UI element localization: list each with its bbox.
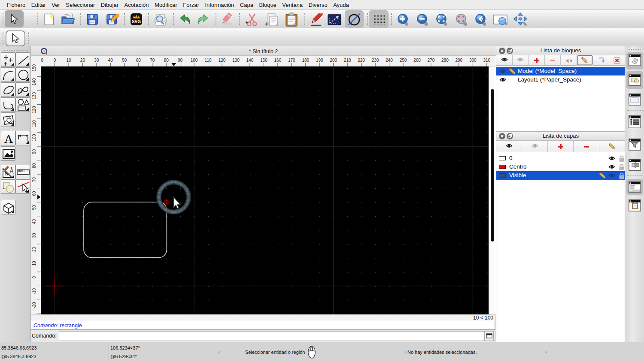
svg-text:230: 230 [372, 58, 379, 63]
svg-text:290: 290 [455, 58, 462, 63]
svg-text:310: 310 [483, 58, 490, 63]
svg-text:110: 110 [32, 120, 36, 127]
svg-text:90: 90 [178, 58, 183, 63]
svg-text:10: 10 [32, 261, 36, 266]
svg-text:a|b: a|b [565, 58, 572, 63]
svg-text:-10: -10 [32, 288, 36, 295]
svg-text:50: 50 [122, 58, 127, 63]
svg-text:70: 70 [150, 58, 155, 63]
svg-text:170: 170 [288, 58, 295, 63]
svg-text:command: command [631, 190, 638, 192]
svg-text:150: 150 [32, 64, 36, 72]
svg-text:130: 130 [32, 92, 36, 100]
svg-text:250: 250 [400, 58, 407, 63]
svg-text:20: 20 [80, 58, 85, 63]
svg-text:20: 20 [32, 247, 36, 252]
svg-text:220: 220 [358, 58, 365, 63]
svg-text:60: 60 [32, 191, 36, 196]
svg-text:190: 190 [316, 58, 323, 63]
svg-text:70: 70 [32, 177, 36, 182]
svg-text:80: 80 [32, 163, 36, 168]
svg-text:210: 210 [344, 58, 351, 63]
svg-text:90: 90 [32, 149, 36, 154]
svg-text:260: 260 [413, 58, 421, 63]
svg-text:50: 50 [32, 205, 36, 210]
svg-text:30: 30 [94, 58, 99, 63]
svg-text:100: 100 [32, 134, 36, 141]
svg-text:60: 60 [136, 58, 141, 63]
svg-text:160: 160 [274, 58, 282, 63]
svg-text:140: 140 [32, 78, 36, 85]
svg-text:30: 30 [32, 233, 36, 238]
svg-text:A: A [4, 132, 13, 145]
svg-text:300: 300 [469, 58, 477, 63]
svg-text:80: 80 [164, 58, 169, 63]
svg-text:150: 150 [260, 58, 267, 63]
svg-text:110: 110 [205, 58, 212, 63]
svg-text:100: 100 [191, 58, 198, 63]
svg-text:0: 0 [41, 58, 43, 63]
svg-text:270: 270 [428, 58, 435, 63]
svg-text:280: 280 [441, 58, 449, 63]
svg-text:180: 180 [302, 58, 309, 63]
svg-text:0: 0 [54, 58, 56, 63]
svg-text:40: 40 [108, 58, 113, 63]
svg-text:120: 120 [32, 106, 36, 113]
svg-text:-20: -20 [32, 302, 36, 308]
svg-text:120: 120 [219, 58, 226, 63]
svg-text:SVG: SVG [132, 19, 141, 24]
svg-text:10: 10 [66, 58, 71, 63]
svg-text:200: 200 [330, 58, 337, 63]
svg-text:140: 140 [246, 58, 254, 63]
svg-text:0: 0 [32, 276, 36, 278]
svg-text:240: 240 [386, 58, 393, 63]
svg-text:40: 40 [32, 219, 36, 224]
svg-text:130: 130 [232, 58, 240, 63]
